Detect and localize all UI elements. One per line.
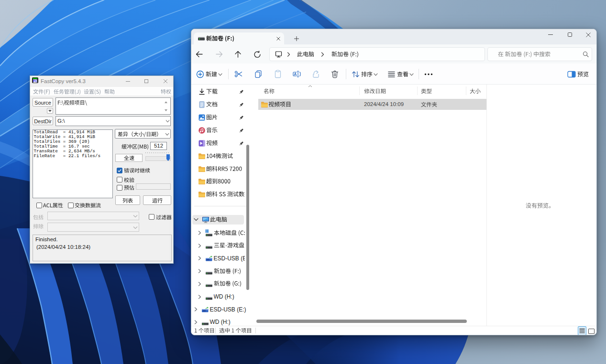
svg-text:FC: FC	[33, 79, 37, 82]
